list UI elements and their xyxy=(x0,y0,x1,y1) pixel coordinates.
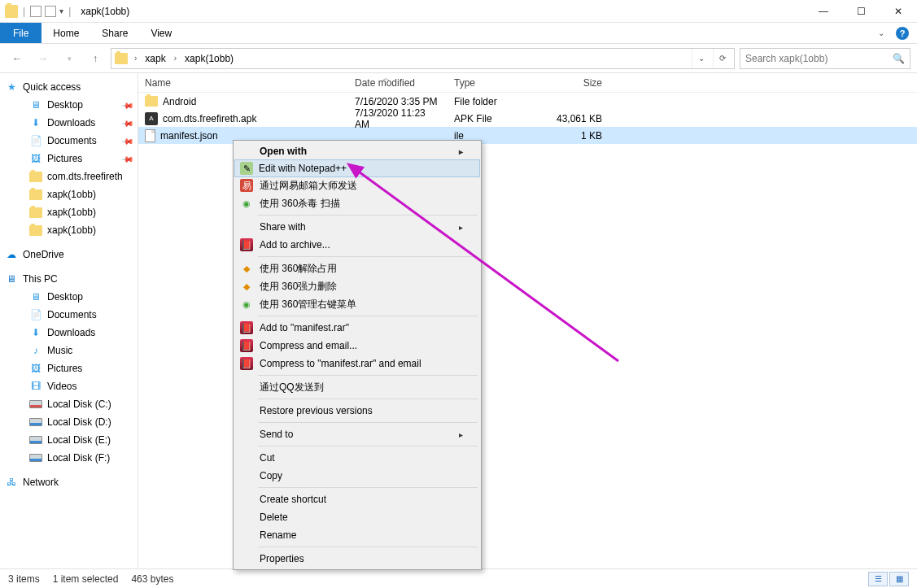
menu-item-label: 通过QQ发送到 xyxy=(260,381,324,394)
recent-dropdown[interactable]: ▾ xyxy=(59,48,80,69)
menu-item[interactable]: Create shortcut xyxy=(235,490,479,508)
col-name[interactable]: Name xyxy=(138,73,348,92)
nav-item[interactable]: Local Disk (C:) xyxy=(0,395,138,413)
file-tab[interactable]: File xyxy=(0,23,41,43)
menu-item[interactable]: Cut xyxy=(235,449,479,467)
nav-item[interactable]: Local Disk (F:) xyxy=(0,449,138,467)
menu-item[interactable]: 📕Add to archive... xyxy=(235,236,479,254)
menu-separator xyxy=(258,375,478,376)
menu-item-label: 通过网易邮箱大师发送 xyxy=(260,179,357,193)
folder-icon xyxy=(29,172,42,182)
qat-dropdown-icon[interactable]: ▾ xyxy=(59,7,63,15)
nav-item[interactable]: 🖥Desktop📌 xyxy=(0,96,138,114)
nav-quick-access[interactable]: ★ Quick access xyxy=(0,78,138,96)
file-size: 1 KB xyxy=(544,130,609,142)
file-type: File folder xyxy=(448,96,544,107)
menu-item[interactable]: Share with▸ xyxy=(235,218,479,236)
nav-item[interactable]: 🖼Pictures xyxy=(0,359,138,377)
menu-item[interactable]: ◆使用 360强力删除 xyxy=(235,277,479,295)
breadcrumb-1[interactable]: xapk(1obb) xyxy=(183,53,235,64)
tab-view[interactable]: View xyxy=(139,23,183,43)
menu-item[interactable]: Send to▸ xyxy=(235,425,479,443)
view-large-button[interactable]: ▦ xyxy=(889,572,909,586)
nav-this-pc[interactable]: 🖥 This PC xyxy=(0,270,138,288)
documents-icon: 📄 xyxy=(29,134,42,147)
menu-separator xyxy=(258,316,478,316)
breadcrumb-0[interactable]: xapk xyxy=(143,53,167,64)
menu-item-label: Restore previous versions xyxy=(260,405,373,416)
search-input[interactable]: Search xapk(1obb) 🔍 xyxy=(740,48,910,69)
navigation-pane[interactable]: ★ Quick access 🖥Desktop📌⬇Downloads📌📄Docu… xyxy=(0,73,138,568)
menu-item-label: Copy xyxy=(260,470,282,481)
menu-item[interactable]: Copy xyxy=(235,467,479,485)
nav-item[interactable]: 📄Documents xyxy=(0,306,138,324)
back-button[interactable]: ← xyxy=(7,48,28,69)
qat-chk1[interactable] xyxy=(30,6,41,17)
qat-chk2[interactable] xyxy=(45,6,56,17)
pictures-icon: 🖼 xyxy=(29,362,42,375)
expand-ribbon-icon[interactable]: ⌄ xyxy=(878,28,884,37)
table-row[interactable]: Android7/16/2020 3:35 PMFile folder xyxy=(138,93,917,110)
menu-item[interactable]: 📕Compress to "manifest.rar" and email xyxy=(235,355,479,372)
nav-onedrive[interactable]: ☁ OneDrive xyxy=(0,246,138,264)
menu-item-label: 使用 360强力删除 xyxy=(260,280,337,294)
nav-item[interactable]: Local Disk (D:) xyxy=(0,413,138,431)
col-date[interactable]: Date modified xyxy=(348,73,448,92)
menu-item[interactable]: ◉使用 360杀毒 扫描 xyxy=(235,194,479,212)
maximize-button[interactable]: ☐ xyxy=(842,0,880,23)
nav-item[interactable]: 🎞Videos xyxy=(0,377,138,395)
tab-share[interactable]: Share xyxy=(90,23,139,43)
nav-item[interactable]: xapk(1obb) xyxy=(0,203,138,221)
forward-button[interactable]: → xyxy=(33,48,54,69)
nav-item-label: Downloads xyxy=(47,327,95,338)
menu-item[interactable]: Restore previous versions xyxy=(235,402,479,420)
refresh-icon[interactable]: ⟳ xyxy=(713,49,731,68)
rar-icon: 📕 xyxy=(240,238,253,251)
menu-item[interactable]: 📕Compress and email... xyxy=(235,337,479,355)
menu-separator xyxy=(258,547,478,547)
file-name: Android xyxy=(163,96,196,107)
col-type[interactable]: Type xyxy=(448,73,544,92)
menu-item[interactable]: Open with▸ xyxy=(235,142,479,160)
nav-item[interactable]: 🖥Desktop xyxy=(0,288,138,306)
menu-item[interactable]: Delete xyxy=(235,508,479,526)
menu-item[interactable]: Properties xyxy=(235,550,479,568)
nav-network[interactable]: 🖧 Network xyxy=(0,473,138,491)
view-details-button[interactable]: ☰ xyxy=(868,572,888,586)
npp-icon: ✎ xyxy=(240,162,253,175)
chevron-right-icon[interactable]: › xyxy=(131,54,140,63)
tab-home[interactable]: Home xyxy=(41,23,90,43)
up-button[interactable]: ↑ xyxy=(85,48,106,69)
menu-item[interactable]: 易通过网易邮箱大师发送 xyxy=(235,176,479,194)
help-icon[interactable]: ? xyxy=(896,27,909,40)
nav-item[interactable]: ♪Music xyxy=(0,342,138,359)
nav-item[interactable]: 🖼Pictures📌 xyxy=(0,150,138,168)
menu-item[interactable]: ◉使用 360管理右键菜单 xyxy=(235,295,479,313)
menu-item[interactable]: 通过QQ发送到 xyxy=(235,378,479,396)
nav-item[interactable]: 📄Documents📌 xyxy=(0,132,138,150)
address-dropdown-icon[interactable]: ⌄ xyxy=(692,49,710,68)
nav-item[interactable]: com.dts.freefireth xyxy=(0,168,138,185)
pin-icon: 📌 xyxy=(121,134,134,147)
address-bar[interactable]: › xapk › xapk(1obb) ⌄ ⟳ xyxy=(111,48,735,69)
menu-item[interactable]: 📕Add to "manifest.rar" xyxy=(235,319,479,337)
nav-item[interactable]: Local Disk (E:) xyxy=(0,431,138,449)
menu-separator xyxy=(258,215,478,216)
col-size[interactable]: Size xyxy=(544,73,609,92)
folder-icon xyxy=(145,96,158,107)
nav-item[interactable]: xapk(1obb) xyxy=(0,221,138,239)
rar-icon: 📕 xyxy=(240,339,253,352)
minimize-button[interactable]: — xyxy=(805,0,842,23)
nav-item[interactable]: ⬇Downloads xyxy=(0,324,138,342)
nav-item[interactable]: ⬇Downloads📌 xyxy=(0,114,138,132)
menu-item[interactable]: ✎Edit with Notepad++ xyxy=(234,159,480,177)
address-row: ← → ▾ ↑ › xapk › xapk(1obb) ⌄ ⟳ Search x… xyxy=(0,44,917,73)
nav-item[interactable]: xapk(1obb) xyxy=(0,185,138,203)
pin-icon: 📌 xyxy=(121,98,134,111)
chevron-right-icon[interactable]: › xyxy=(171,54,180,63)
table-row[interactable]: Acom.dts.freefireth.apk7/13/2020 11:23 A… xyxy=(138,110,917,127)
menu-item[interactable]: Rename xyxy=(235,526,479,544)
folder-icon xyxy=(29,207,42,218)
menu-item[interactable]: ◆使用 360解除占用 xyxy=(235,259,479,277)
close-button[interactable]: ✕ xyxy=(880,0,917,23)
